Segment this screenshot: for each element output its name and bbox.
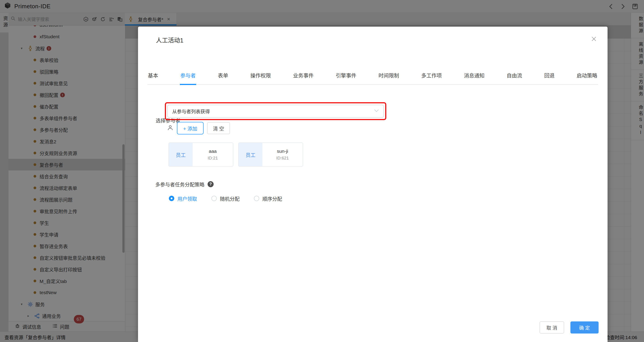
dialog-tab[interactable]: 业务事件: [292, 71, 314, 84]
participant-name: aaa: [209, 148, 216, 154]
radio-icon[interactable]: [254, 196, 259, 201]
participant-id: ID:621: [276, 156, 289, 160]
dialog-tab[interactable]: 参与者: [180, 71, 196, 85]
participant-cards: 员工aaaID:21员工sun-jiID:621: [168, 142, 303, 167]
strategy-options: 用户领取随机分配顺序分配: [169, 195, 282, 202]
strategy-radio[interactable]: 用户领取: [169, 195, 197, 202]
person-icon: [167, 124, 173, 132]
participant-actions-row: + 添加 清 空: [167, 122, 230, 134]
activity-dialog: 人工活动1 基本参与者表单操作权限业务事件引擎事件时间限制多工作项消息通知自由流…: [138, 26, 608, 342]
clear-participants-button[interactable]: 清 空: [207, 122, 230, 134]
confirm-button[interactable]: 确 定: [570, 322, 598, 334]
radio-label: 用户领取: [178, 195, 197, 202]
strategy-label: 多参与者任务分配策略: [155, 180, 204, 188]
participant-source-select[interactable]: 从参与者列表获得: [167, 105, 384, 118]
radio-label: 顺序分配: [262, 195, 282, 202]
dialog-tab[interactable]: 基本: [148, 71, 158, 84]
dialog-footer: 取 消 确 定: [540, 322, 598, 334]
strategy-label-row: 多参与者任务分配策略 ?: [155, 180, 214, 188]
dialog-tab[interactable]: 引擎事件: [335, 71, 357, 84]
help-icon[interactable]: ?: [208, 181, 214, 187]
close-icon[interactable]: [590, 36, 597, 42]
radio-icon[interactable]: [169, 196, 174, 201]
add-participant-button[interactable]: + 添加: [177, 122, 204, 134]
participant-id: ID:21: [208, 156, 218, 160]
dialog-tab[interactable]: 启动策略: [576, 71, 598, 84]
participant-card[interactable]: 员工sun-jiID:621: [238, 142, 303, 167]
highlight-red-box: 从参与者列表获得: [165, 102, 386, 120]
dialog-tab[interactable]: 消息通知: [464, 71, 485, 84]
dialog-tab[interactable]: 多工作项: [421, 71, 442, 84]
dialog-tab[interactable]: 表单: [218, 71, 228, 84]
participant-type-tag: 员工: [169, 143, 192, 166]
dialog-tab[interactable]: 回退: [544, 71, 555, 84]
dialog-tab[interactable]: 操作权限: [250, 71, 271, 84]
dialog-tab[interactable]: 自由流: [506, 71, 522, 84]
app-window: Primeton-IDE 资源 输入关键字搜索 AI En文 复合参与者*✕ u…: [0, 0, 644, 342]
participant-card[interactable]: 员工aaaID:21: [168, 142, 233, 167]
dialog-tabs: 基本参与者表单操作权限业务事件引擎事件时间限制多工作项消息通知自由流回退启动策略: [148, 71, 598, 85]
participant-source-value: 从参与者列表获得: [172, 108, 374, 114]
radio-label: 随机分配: [220, 195, 240, 202]
participant-type-tag: 员工: [239, 143, 262, 166]
strategy-radio[interactable]: 顺序分配: [254, 195, 282, 202]
radio-icon[interactable]: [212, 196, 217, 201]
dialog-tab[interactable]: 时间限制: [378, 71, 400, 84]
strategy-radio[interactable]: 随机分配: [212, 195, 240, 202]
cancel-button[interactable]: 取 消: [540, 322, 564, 334]
chevron-down-icon: [374, 109, 379, 113]
dialog-title: 人工活动1: [156, 36, 184, 44]
participant-name: sun-ji: [277, 148, 288, 154]
